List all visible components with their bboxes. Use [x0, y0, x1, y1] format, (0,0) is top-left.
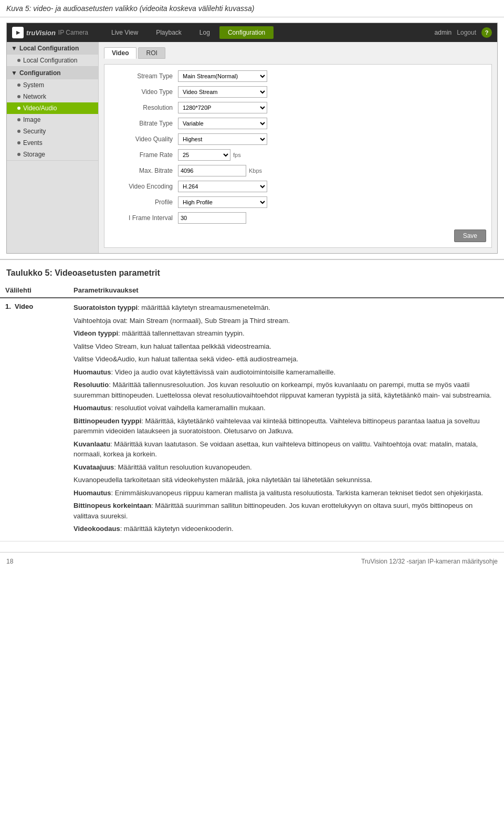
select-bitrate-type[interactable]: Variable	[178, 118, 267, 129]
select-stream-type[interactable]: Main Stream(Normal)	[178, 70, 267, 82]
label-iframe-interval: I Frame Interval	[110, 214, 178, 222]
dot-icon	[17, 130, 20, 133]
control-bitrate-type: Variable	[178, 118, 267, 129]
sidebar-item-system[interactable]: System	[7, 79, 98, 91]
camera-form: Stream Type Main Stream(Normal) Video Ty…	[104, 64, 492, 248]
control-video-encoding: H.264	[178, 181, 267, 192]
form-row-video-encoding: Video Encoding H.264	[110, 180, 486, 193]
sidebar-item-security[interactable]: Security	[7, 126, 98, 137]
dot-icon	[17, 153, 20, 156]
camera-main: Video ROI Stream Type Main Stream(Normal…	[99, 42, 497, 253]
input-max-bitrate[interactable]	[178, 165, 246, 176]
input-iframe-interval[interactable]	[178, 212, 246, 224]
dot-icon	[17, 141, 20, 144]
control-frame-rate: 25 fps	[178, 149, 241, 161]
form-row-stream-type: Stream Type Main Stream(Normal)	[110, 70, 486, 82]
nav-live-view[interactable]: Live View	[103, 26, 146, 39]
label-max-bitrate: Max. Bitrate	[110, 167, 178, 174]
form-row-bitrate-type: Bitrate Type Variable	[110, 117, 486, 130]
select-frame-rate[interactable]: 25	[178, 149, 230, 161]
collapse-icon-local: ▼	[11, 45, 17, 52]
control-iframe-interval	[178, 212, 246, 224]
sidebar-local-label: Local Configuration	[19, 45, 79, 52]
label-bitrate-type: Bitrate Type	[110, 120, 178, 127]
label-video-quality: Video Quality	[110, 136, 178, 143]
camera-header-right: admin Logout ?	[435, 27, 492, 38]
select-profile[interactable]: High Profile	[178, 196, 267, 208]
admin-label: admin	[435, 29, 452, 36]
nav-playback[interactable]: Playback	[148, 26, 190, 39]
page-title: Kuva 5: video- ja audioasetusten valikko…	[0, 0, 504, 17]
form-row-iframe-interval: I Frame Interval	[110, 212, 486, 224]
label-stream-type: Stream Type	[110, 72, 178, 80]
logout-link[interactable]: Logout	[457, 29, 476, 36]
footer-guide-title: TruVision 12/32 -sarjan IP-kameran määri…	[361, 558, 498, 565]
sidebar-config-label: Configuration	[19, 69, 61, 77]
collapse-icon-config: ▼	[11, 69, 17, 77]
select-video-encoding[interactable]: H.264	[178, 181, 267, 192]
sidebar-item-label: Local Configuration	[23, 57, 77, 64]
sidebar-item-videoaudio[interactable]: Video/Audio	[7, 102, 98, 114]
sidebar-item-label: System	[23, 81, 44, 89]
tab-cell: 1. Video	[0, 298, 68, 541]
sidebar-item-label: Network	[23, 93, 46, 100]
footer-page-number: 18	[6, 558, 13, 565]
sidebar-item-label: Storage	[23, 151, 45, 158]
camera-body: ▼ Local Configuration Local Configuratio…	[7, 42, 497, 253]
sidebar-item-network[interactable]: Network	[7, 91, 98, 102]
section-title: Taulukko 5: Videoasetusten parametrit	[0, 259, 504, 283]
label-resolution: Resolution	[110, 104, 178, 111]
nav-configuration[interactable]: Configuration	[219, 26, 274, 39]
camera-header: ▶ truVision IP Camera Live View Playback…	[7, 23, 497, 42]
sidebar-item-local-config[interactable]: Local Configuration	[7, 55, 98, 66]
control-max-bitrate: Kbps	[178, 165, 262, 176]
form-row-max-bitrate: Max. Bitrate Kbps	[110, 164, 486, 177]
form-row-profile: Profile High Profile	[110, 196, 486, 209]
camera-ui-screenshot: ▶ truVision IP Camera Live View Playback…	[6, 23, 498, 254]
sidebar-item-label: Image	[23, 116, 40, 123]
logo-text: truVision	[26, 29, 56, 37]
select-resolution[interactable]: 1280*720P	[178, 102, 267, 113]
help-button[interactable]: ?	[481, 27, 492, 38]
sidebar-header-config[interactable]: ▼ Configuration	[7, 67, 98, 79]
tab-video[interactable]: Video	[104, 47, 136, 59]
camera-tabs: Video ROI	[104, 47, 492, 59]
col-header-params: Parametrikuvaukset	[68, 283, 504, 298]
label-video-type: Video Type	[110, 88, 178, 96]
label-profile: Profile	[110, 199, 178, 206]
form-row-video-type: Video Type Video Stream	[110, 86, 486, 98]
tab-roi[interactable]: ROI	[138, 47, 165, 59]
form-row-video-quality: Video Quality Highest	[110, 133, 486, 145]
select-video-quality[interactable]: Highest	[178, 133, 267, 145]
unit-fps: fps	[233, 152, 241, 158]
logo-icon: ▶	[12, 27, 24, 38]
dot-icon	[17, 59, 20, 62]
label-video-encoding: Video Encoding	[110, 183, 178, 190]
sidebar-item-events[interactable]: Events	[7, 137, 98, 149]
control-video-type: Video Stream	[178, 86, 267, 98]
dot-icon	[17, 95, 20, 98]
dot-icon	[17, 84, 20, 87]
table-body: 1. Video Suoratoiston tyyppi: määrittää …	[0, 298, 504, 541]
camera-logo: ▶ truVision IP Camera	[12, 27, 88, 38]
dot-icon	[17, 118, 20, 121]
control-profile: High Profile	[178, 196, 267, 208]
table-row: 1. Video Suoratoiston tyyppi: määrittää …	[0, 298, 504, 541]
content-cell: Suoratoiston tyyppi: määrittää käytetyn …	[68, 298, 504, 541]
col-header-tab: Välilehti	[0, 283, 68, 298]
save-row: Save	[110, 230, 486, 242]
save-button[interactable]: Save	[454, 230, 486, 242]
sidebar-section-local: ▼ Local Configuration Local Configuratio…	[7, 42, 98, 67]
camera-sidebar: ▼ Local Configuration Local Configuratio…	[7, 42, 99, 253]
sidebar-item-label: Events	[23, 139, 43, 147]
form-row-resolution: Resolution 1280*720P	[110, 101, 486, 114]
sidebar-header-local[interactable]: ▼ Local Configuration	[7, 42, 98, 55]
camera-nav: Live View Playback Log Configuration	[103, 26, 430, 39]
label-frame-rate: Frame Rate	[110, 151, 178, 159]
nav-log[interactable]: Log	[191, 26, 218, 39]
sidebar-section-config: ▼ Configuration System Network Video/Aud…	[7, 67, 98, 161]
sidebar-item-image[interactable]: Image	[7, 114, 98, 126]
form-row-frame-rate: Frame Rate 25 fps	[110, 149, 486, 161]
sidebar-item-storage[interactable]: Storage	[7, 149, 98, 160]
select-video-type[interactable]: Video Stream	[178, 86, 267, 98]
